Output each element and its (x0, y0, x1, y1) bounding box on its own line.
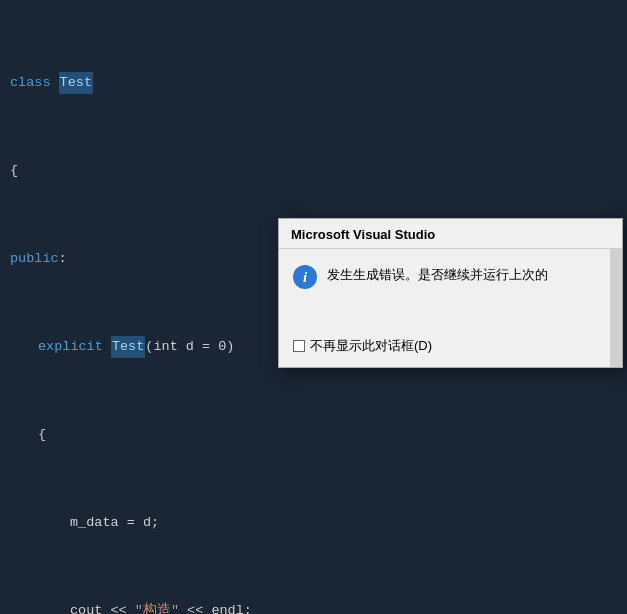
code-line: cout << "构造" << endl; (0, 600, 627, 614)
dialog-message: 发生生成错误。是否继续并运行上次的 (327, 265, 596, 285)
keyword: class (10, 72, 59, 94)
dialog-titlebar: Microsoft Visual Studio (279, 219, 622, 249)
code-editor: class Test { public: explicit Test(int d… (0, 0, 627, 614)
dialog-body: i 发生生成错误。是否继续并运行上次的 (279, 249, 610, 329)
code-line: m_data = d; (0, 512, 627, 534)
no-show-label: 不再显示此对话框(D) (310, 337, 432, 355)
no-show-checkbox[interactable] (293, 340, 305, 352)
code-line: { (0, 424, 627, 446)
code-line: { (0, 160, 627, 182)
class-name: Test (59, 72, 93, 94)
info-icon: i (293, 265, 317, 289)
no-show-checkbox-container[interactable]: 不再显示此对话框(D) (293, 337, 432, 355)
dialog-footer: 不再显示此对话框(D) (279, 329, 610, 367)
dialog-box: Microsoft Visual Studio i 发生生成错误。是否继续并运行… (278, 218, 623, 368)
code-line: class Test (0, 72, 627, 94)
dialog-scrollbar[interactable] (610, 249, 622, 367)
dialog-title: Microsoft Visual Studio (291, 227, 435, 242)
